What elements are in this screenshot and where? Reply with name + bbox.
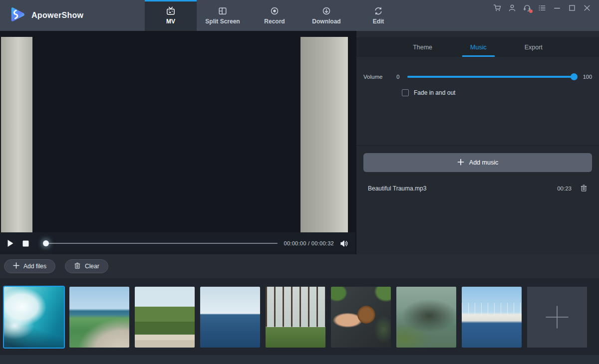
right-panel: Theme Music Export Volume 0 100 Fade in … [356,31,599,254]
titlebar-system-icons [493,0,599,31]
split-screen-icon [218,6,227,15]
nav-tab-split-screen[interactable]: Split Screen [197,0,249,31]
frame-left-matte [1,37,32,232]
add-music-button[interactable]: Add music [363,153,592,172]
clear-label: Clear [85,263,99,270]
app-logo-icon [9,6,26,25]
thumbnail-banana-plants[interactable] [135,287,195,348]
nav-tab-label: Record [264,18,285,25]
speaker-icon[interactable] [340,239,348,248]
thumbnail-open-sea[interactable] [200,287,260,348]
play-button[interactable] [6,239,15,248]
nav-tab-mv[interactable]: MV [145,0,197,31]
minimize-button[interactable] [553,4,561,12]
record-icon [270,6,279,15]
plus-icon [543,303,572,332]
video-preview [0,31,355,232]
bottom-status-bar [0,355,599,364]
fade-row: Fade in and out [356,89,599,96]
maximize-button[interactable] [568,4,576,12]
nav-tab-download[interactable]: Download [300,0,352,31]
shopping-cart-icon[interactable] [493,4,501,12]
thumbnail-pine-forest[interactable] [266,287,325,348]
nav-tab-record[interactable]: Record [249,0,300,31]
notification-badge [529,9,533,13]
support-headset-icon[interactable] [523,4,531,12]
tab-theme[interactable]: Theme [405,37,440,57]
clear-button[interactable]: Clear [65,259,108,273]
thumbnail-hand-spoon-water[interactable] [331,287,391,348]
volume-slider[interactable] [407,76,575,78]
tab-export-label: Export [525,44,543,51]
trash-icon [74,262,81,271]
nav-tab-label: Edit [373,18,384,25]
thumbnail-strip [0,278,599,355]
volume-slider-fill [407,76,575,78]
nav-tab-label: MV [166,18,175,25]
main-area: 00:00:00 / 00:00:32 Theme Music Export [0,31,599,254]
media-actions-row: Add files Clear [0,254,599,278]
menu-list-icon[interactable] [538,4,546,12]
fade-checkbox-label: Fade in and out [414,89,455,96]
track-name: Beautiful Trauma.mp3 [368,185,557,192]
add-files-button[interactable]: Add files [4,259,55,273]
nav-tab-label: Split Screen [205,18,240,25]
add-media-tile[interactable] [527,287,587,348]
thumbnail-marina-boats[interactable] [462,287,522,348]
volume-min-label: 0 [396,74,399,80]
stop-button[interactable] [21,239,30,248]
download-icon [322,6,331,15]
user-account-icon[interactable] [508,4,516,12]
thumbnail-ocean-wave[interactable] [4,287,64,348]
panel-tabs: Theme Music Export [356,37,599,57]
thumbnail-coastal-path[interactable] [69,287,129,348]
tab-export[interactable]: Export [517,37,551,57]
frame-right-matte [300,37,348,232]
video-frame [1,37,348,232]
volume-label: Volume [363,74,382,80]
nav-tab-label: Download [312,18,340,25]
titlebar: ApowerShow MV [0,0,599,31]
add-music-label: Add music [469,159,498,166]
preview-column: 00:00:00 / 00:00:32 [0,31,355,254]
app-window: ApowerShow MV [0,0,599,364]
app-title: ApowerShow [31,11,83,20]
seek-bar[interactable] [43,240,278,247]
tab-music-label: Music [470,44,487,51]
volume-row: Volume 0 100 [356,74,599,80]
volume-max-label: 100 [583,74,592,80]
track-duration: 00:23 [557,185,572,191]
plus-icon [457,159,464,167]
time-display: 00:00:00 / 00:00:32 [284,240,334,246]
main-nav: MV Split Screen Record [145,0,404,31]
thumbnail-rocky-shore[interactable] [396,287,456,348]
nav-tab-edit[interactable]: Edit [352,0,404,31]
track-row[interactable]: Beautiful Trauma.mp3 00:23 [363,184,592,192]
volume-slider-thumb[interactable] [571,73,578,80]
progress-dot[interactable] [43,240,49,246]
music-list-section: Add music Beautiful Trauma.mp3 00:23 [356,145,599,254]
tab-music[interactable]: Music [462,37,495,57]
sync-icon [374,6,383,15]
music-controls: Volume 0 100 Fade in and out [356,57,599,145]
tv-icon [166,6,175,15]
fade-checkbox[interactable] [402,89,409,96]
add-files-label: Add files [23,263,46,270]
tab-theme-label: Theme [413,44,432,51]
preview-photo-ocean-wave [32,37,300,232]
seek-track[interactable] [43,243,278,244]
close-button[interactable] [583,4,591,12]
player-bar: 00:00:00 / 00:00:32 [0,232,355,254]
plus-icon [13,262,19,270]
panel-top-pad [356,31,599,37]
brand: ApowerShow [0,0,145,31]
delete-track-icon[interactable] [580,184,588,192]
